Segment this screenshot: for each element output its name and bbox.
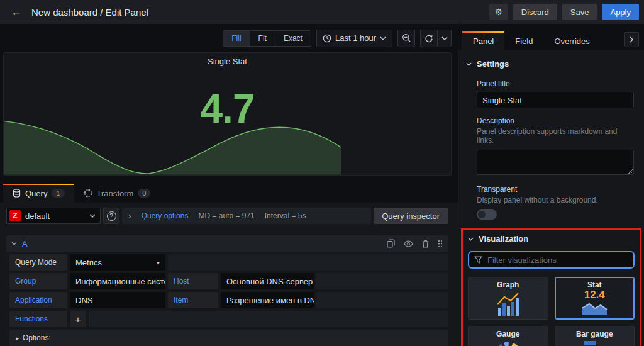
max-data-points-value: MD = auto = 971 [198,211,254,220]
bar-gauge-viz-icon [575,338,613,346]
transparent-toggle[interactable] [477,209,497,220]
chevron-right-icon[interactable]: › [128,211,131,221]
tab-overrides[interactable]: Overrides [543,31,600,50]
query-options-bar: › Query options MD = auto = 971 Interval… [122,208,371,224]
add-function-button[interactable]: + [70,311,86,327]
application-field[interactable]: DNS [70,292,165,308]
chevron-down-icon [89,214,96,218]
interval-value: Interval = 5s [265,211,306,220]
chevron-down-icon [11,242,17,245]
group-host-row: Group Информационные систем… Host Основн… [9,273,448,289]
query-tab-bar: Query 1 Transform 0 [0,184,458,203]
collapse-sidebar-button[interactable] [624,32,639,47]
discard-button[interactable]: Discard [513,4,557,20]
gauge-viz-icon: 79 [489,338,527,346]
viz-card-stat[interactable]: Stat 12.4 [555,277,635,320]
visualization-section-header[interactable]: Visualization [463,232,640,246]
panel-title-input[interactable] [477,92,634,108]
display-mode-exact[interactable]: Exact [275,31,311,46]
panel-preview: Single Stat 4.7 [3,52,452,176]
query-mode-row: Query Mode Metrics ▾ [9,254,448,271]
clock-icon [323,34,331,43]
query-mode-value: Metrics [75,258,102,267]
back-button[interactable]: ← [8,3,25,21]
sidebar-tab-bar: Panel Field Overrides [458,24,644,50]
item-field[interactable]: Разрешение имен в DNS [221,292,314,308]
tab-query[interactable]: Query 1 [3,184,74,203]
query-editor-body: Z default ? › Query options MD = auto = … [0,203,458,346]
chevron-down-icon [468,237,474,241]
eye-icon[interactable] [404,240,413,247]
query-a-card: A [6,235,448,346]
query-a-header[interactable]: A [6,235,448,252]
tab-transform-label: Transform [97,189,134,198]
tab-transform[interactable]: Transform 0 [74,184,160,203]
display-mode-fill[interactable]: Fill [223,31,249,46]
transparent-hint: Display panel without a background. [477,196,634,204]
host-label: Host [168,273,218,289]
refresh-button[interactable] [420,30,438,47]
transform-count-badge: 0 [138,189,150,198]
tab-panel[interactable]: Panel [462,31,504,50]
database-icon [13,189,21,198]
datasource-row: Z default ? › Query options MD = auto = … [6,208,448,224]
save-button[interactable]: Save [562,4,597,20]
duplicate-query-icon[interactable] [387,239,395,248]
viz-card-graph[interactable]: Graph [468,277,548,320]
transparent-label: Transparent [477,185,634,194]
dashboard-settings-button[interactable]: ⚙ [489,4,508,20]
settings-header-label: Settings [477,59,509,69]
viz-card-gauge[interactable]: Gauge 79 [468,326,548,346]
trash-icon[interactable] [422,240,429,248]
query-count-badge: 1 [52,189,64,198]
chevron-down-icon [466,62,472,66]
viz-card-graph-label: Graph [497,281,519,289]
apply-button[interactable]: Apply [602,4,639,20]
preview-toolbar: Fill Fit Exact Last 1 hour [0,24,458,52]
options-sidebar: Panel Field Overrides Settings Panel tit… [458,24,644,346]
resize-handle[interactable] [628,169,633,174]
transform-icon [84,189,92,198]
description-label: Description [477,116,634,125]
time-range-label: Last 1 hour [335,33,376,43]
graph-viz-icon [489,289,527,318]
display-mode-group: Fill Fit Exact [223,30,311,47]
stat-viz-value: 12.4 [584,289,605,300]
refresh-interval-dropdown[interactable] [438,30,452,47]
time-range-picker[interactable]: Last 1 hour [316,30,392,47]
display-mode-fit[interactable]: Fit [250,31,275,46]
datasource-help-button[interactable]: ? [103,208,119,224]
refresh-icon [425,34,433,43]
chevron-down-icon [441,36,448,40]
panel-title-label: Panel title [477,79,634,88]
stat-value: 4.7 [4,86,451,132]
tab-field[interactable]: Field [504,31,543,50]
query-ref-id: A [22,239,28,248]
back-arrow-icon: ← [11,6,22,19]
viz-card-bar-gauge[interactable]: Bar gauge [555,326,635,346]
filter-visualizations-box [468,251,635,269]
host-field[interactable]: Основной DNS-сервер [221,273,314,289]
query-mode-select[interactable]: Metrics ▾ [70,254,165,271]
triangle-right-icon: ▸ [16,335,19,342]
functions-row: Functions + [9,311,448,327]
zabbix-datasource-icon: Z [9,210,21,221]
chevron-right-icon [630,36,633,43]
settings-section-header[interactable]: Settings [458,57,644,71]
group-field[interactable]: Информационные систем… [70,273,165,289]
functions-label: Functions [9,311,67,327]
zoom-out-button[interactable] [397,30,415,47]
datasource-picker[interactable]: Z default [6,208,101,224]
top-bar: ← New dashboard / Edit Panel ⚙ Discard S… [0,0,644,24]
query-inspector-button[interactable]: Query inspector [374,208,448,224]
description-hint: Panel description supports markdown and … [477,127,634,145]
viz-card-stat-label: Stat [587,281,602,289]
filter-visualizations-input[interactable] [487,255,628,265]
query-options-link[interactable]: Query options [142,211,189,220]
drag-handle-icon[interactable] [438,240,443,248]
question-circle-icon: ? [107,211,116,221]
query-mode-label: Query Mode [9,254,67,271]
description-textarea[interactable] [477,150,634,175]
options-row[interactable]: ▸ Options: [9,330,448,346]
options-label: Options: [23,333,51,342]
